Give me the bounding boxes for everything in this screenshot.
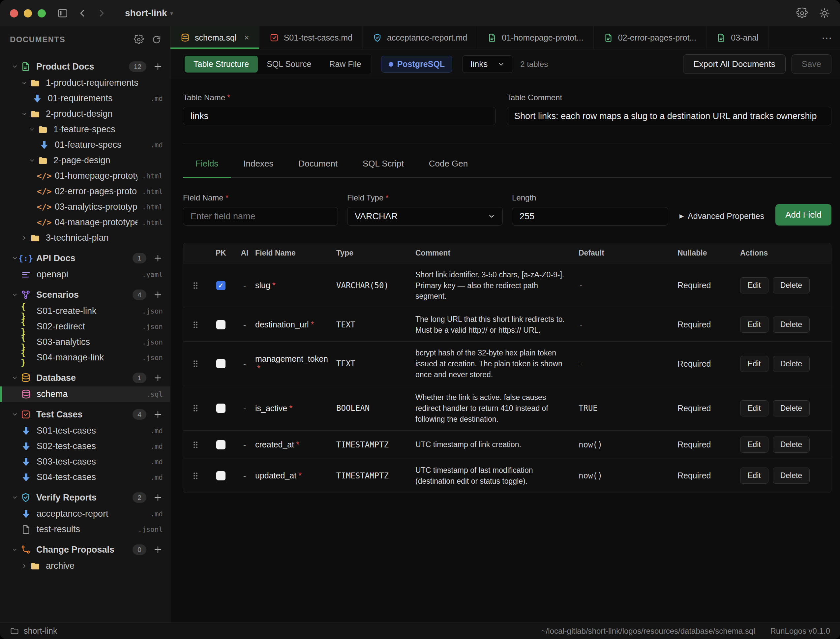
pk-checkbox[interactable] [216,404,225,413]
chevron-down-icon[interactable] [9,63,21,70]
drag-handle-icon[interactable] [191,281,200,290]
chevron-down-icon[interactable] [26,157,38,164]
add-document-icon[interactable] [153,290,163,300]
delete-field-button[interactable]: Delete [773,277,810,294]
sidebar-item-01-homepage-prototy-[interactable]: </>01-homepage-prototy....html [0,168,170,184]
pk-checkbox[interactable] [216,440,225,450]
chevron-down-icon[interactable] [19,111,30,118]
close-tab-icon[interactable]: × [244,33,249,43]
table-comment-input[interactable] [507,107,831,125]
delete-field-button[interactable]: Delete [773,356,810,372]
sidebar-section-scenarios[interactable]: Scenarios4 [0,286,170,304]
sidebar-item-acceptance-report[interactable]: acceptance-report.md [0,506,170,521]
edit-field-button[interactable]: Edit [740,316,769,333]
sidebar-item-archive[interactable]: archive [0,558,170,574]
tab-overflow-button[interactable]: ⋯ [814,26,840,49]
editor-tab-03-anal[interactable]: 03-anal [707,26,769,49]
minimize-window-button[interactable] [24,9,32,17]
add-document-icon[interactable] [153,493,163,502]
delete-field-button[interactable]: Delete [773,467,810,484]
sidebar-item-3-technical-plan[interactable]: 3-technical-plan [0,230,170,246]
sidebar-item-test-results[interactable]: test-results.jsonl [0,521,170,537]
subtab-sql-script[interactable]: SQL Script [350,157,416,177]
sidebar-item-2-page-design[interactable]: 2-page-design [0,153,170,168]
edit-field-button[interactable]: Edit [740,277,769,294]
chevron-down-icon[interactable] [9,411,21,418]
refresh-icon[interactable] [152,35,162,45]
add-document-icon[interactable] [153,253,163,263]
pk-checkbox[interactable] [216,359,225,368]
sidebar-item-1-feature-specs[interactable]: 1-feature-specs [0,122,170,137]
subtab-indexes[interactable]: Indexes [231,157,286,177]
editor-tab-schema-sql[interactable]: schema.sql× [170,26,259,49]
editor-tab-s01-test-cases-md[interactable]: S01-test-cases.md [259,26,363,49]
maximize-window-button[interactable] [38,9,46,17]
delete-field-button[interactable]: Delete [773,400,810,416]
view-segment-table-structure[interactable]: Table Structure [184,56,258,73]
drag-handle-icon[interactable] [191,404,200,412]
view-segment-sql-source[interactable]: SQL Source [258,56,320,73]
sidebar-item-s04-test-cases[interactable]: S04-test-cases.md [0,469,170,485]
drag-handle-icon[interactable] [191,359,200,368]
sidebar-item-schema[interactable]: schema.sql [0,386,170,402]
table-select[interactable]: links [462,56,513,73]
drag-handle-icon[interactable] [191,472,200,480]
sidebar-item-s04-manage-link[interactable]: { }S04-manage-link.json [0,350,170,365]
sidebar-item-s01-test-cases[interactable]: S01-test-cases.md [0,423,170,439]
edit-field-button[interactable]: Edit [740,356,769,372]
save-button[interactable]: Save [792,54,831,74]
sidebar-item-s02-test-cases[interactable]: S02-test-cases.md [0,439,170,454]
sidebar-section-change-proposals[interactable]: Change Proposals0 [0,541,170,558]
pk-checkbox[interactable] [216,320,225,329]
sidebar-item-02-error-pages-proto-[interactable]: </>02-error-pages-proto....html [0,184,170,199]
sidebar-section-verify-reports[interactable]: Verify Reports2 [0,489,170,506]
close-window-button[interactable] [10,9,18,17]
chevron-down-icon[interactable] [9,494,21,501]
view-segment-raw-file[interactable]: Raw File [320,56,370,73]
add-document-icon[interactable] [153,62,163,72]
chevron-right-icon[interactable] [19,563,30,569]
pk-checkbox[interactable] [216,471,225,480]
pk-checkbox[interactable]: ✓ [216,281,225,290]
sidebar-item-s01-create-link[interactable]: { }S01-create-link.json [0,304,170,319]
theme-sun-icon[interactable] [819,8,830,19]
add-document-icon[interactable] [153,410,163,420]
sidebar-item-01-requirements[interactable]: 01-requirements.md [0,91,170,106]
add-field-button[interactable]: Add Field [775,204,831,226]
editor-tab-01-homepage-protot-[interactable]: 01-homepage-protot... [477,26,594,49]
forward-icon[interactable] [97,8,106,18]
chevron-down-icon[interactable] [9,291,21,298]
sidebar-item-openapi[interactable]: openapi.yaml [0,267,170,282]
drag-handle-icon[interactable] [191,440,200,449]
delete-field-button[interactable]: Delete [773,316,810,333]
editor-tab-acceptance-report-md[interactable]: acceptance-report.md [363,26,477,49]
sidebar-item-01-feature-specs[interactable]: 01-feature-specs.md [0,137,170,153]
sidebar-item-1-product-requirements[interactable]: 1-product-requirements [0,75,170,91]
field-name-input[interactable] [183,207,338,226]
sidebar-item-2-product-design[interactable]: 2-product-design [0,106,170,122]
edit-field-button[interactable]: Edit [740,467,769,484]
drag-handle-icon[interactable] [191,321,200,329]
table-name-input[interactable] [183,107,495,125]
back-icon[interactable] [78,8,87,18]
add-document-icon[interactable] [153,373,163,383]
delete-field-button[interactable]: Delete [773,437,810,453]
chevron-down-icon[interactable] [9,375,21,381]
sidebar-gear-icon[interactable] [134,35,144,45]
add-document-icon[interactable] [153,545,163,555]
sidebar-section-api-docs[interactable]: {:}API Docs1 [0,250,170,267]
sidebar-section-product-docs[interactable]: Product Docs12 [0,58,170,75]
field-type-select[interactable]: VARCHAR [347,207,503,226]
window-title[interactable]: short-link▾ [125,8,173,19]
edit-field-button[interactable]: Edit [740,437,769,453]
subtab-fields[interactable]: Fields [183,157,231,178]
edit-field-button[interactable]: Edit [740,400,769,416]
sidebar-toggle-icon[interactable] [57,8,68,19]
chevron-down-icon[interactable] [26,126,38,133]
chevron-down-icon[interactable] [9,546,21,553]
sidebar-item-04-manage-prototype[interactable]: </>04-manage-prototype.html [0,215,170,230]
chevron-right-icon[interactable] [19,235,30,242]
sidebar-item-s03-analytics[interactable]: { }S03-analytics.json [0,334,170,350]
sidebar-section-database[interactable]: Database1 [0,369,170,386]
settings-gear-icon[interactable] [797,8,808,19]
